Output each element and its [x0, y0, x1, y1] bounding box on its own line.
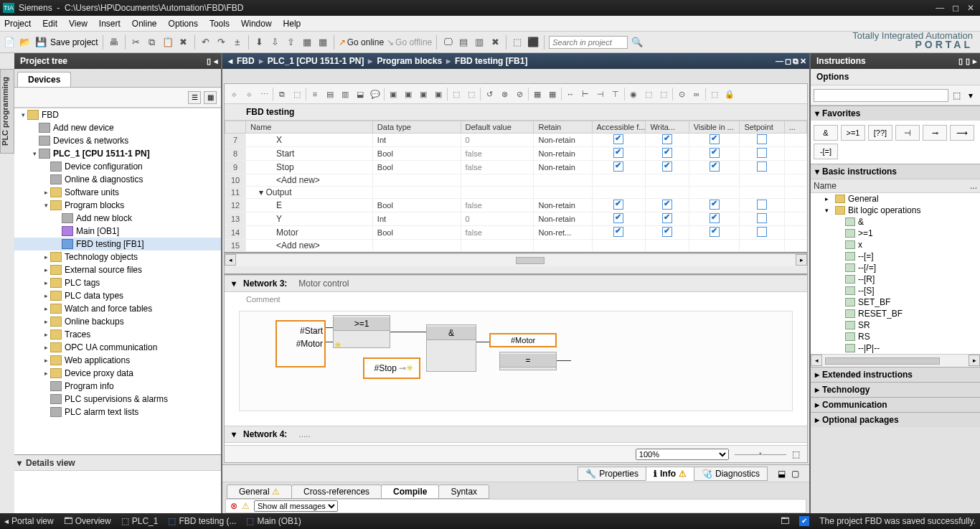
save-icon[interactable]: 💾 [34, 36, 47, 49]
btab-general[interactable]: General ⚠ [227, 484, 292, 499]
tree-item[interactable]: ▾FBD [14, 108, 221, 121]
fbd-input-motor[interactable]: #Motor [278, 339, 323, 349]
instruction-list[interactable]: Name... ▸General▾Bit logic operations&>=… [811, 179, 980, 354]
network3-header[interactable]: ▾Network 3:Motor control [225, 275, 807, 292]
fbd-block-or[interactable]: >=1 [333, 315, 390, 348]
tree-item[interactable]: FBD testing [FB1] [14, 238, 221, 251]
etb-18-icon[interactable]: ⊗ [498, 88, 511, 100]
etb-25-icon[interactable]: ⊤ [609, 88, 622, 100]
instr-search-input[interactable] [814, 89, 948, 102]
ed-max-icon[interactable]: ◻ [785, 57, 791, 66]
instruction-item[interactable]: RESET_BF [811, 308, 980, 319]
table-row[interactable]: 8StartBoolfalseNon-retain [225, 147, 807, 161]
etb-15-icon[interactable]: ⬚ [450, 88, 463, 100]
search-input[interactable] [549, 36, 628, 49]
instruction-item[interactable]: SET_BF [811, 296, 980, 308]
paste-icon[interactable]: 📋 [161, 36, 174, 49]
table-hscroll[interactable]: ◂ ▸ [225, 253, 807, 266]
tree-item[interactable]: ▸PLC data types [14, 289, 221, 302]
tree-item[interactable]: ▾PLC_1 [CPU 1511-1 PN] [14, 147, 221, 160]
menu-online[interactable]: Online [132, 19, 157, 29]
copy-icon[interactable]: ⧉ [146, 36, 159, 49]
menu-tools[interactable]: Tools [209, 19, 230, 29]
tree-item[interactable]: PLC alarm text lists [14, 406, 221, 418]
zoom-select[interactable]: 100% [636, 449, 729, 460]
menu-options[interactable]: Options [169, 19, 198, 29]
etb-8-icon[interactable]: ▥ [339, 88, 352, 100]
table-row[interactable]: 15<Add new> [225, 240, 807, 252]
save-project-label[interactable]: Save project [50, 37, 98, 47]
status-plc1[interactable]: ⬚PLC_1 [121, 516, 159, 526]
warn-icon[interactable]: ⚠ [242, 501, 250, 511]
instr-dd-icon[interactable]: ▾ [964, 90, 977, 100]
section-header[interactable]: ▸Optional packages [811, 413, 980, 427]
tree-item[interactable]: Main [OB1] [14, 225, 221, 238]
instruction-item[interactable]: RS [811, 331, 980, 342]
print-icon[interactable]: 🖶 [108, 36, 121, 49]
favorite-item[interactable]: >=1 [841, 125, 865, 141]
tree-item[interactable]: ▸Watch and force tables [14, 302, 221, 315]
sidetab-plc-programming[interactable]: PLC programming [0, 69, 14, 154]
etb-16-icon[interactable]: ⬚ [465, 88, 478, 100]
tab-properties[interactable]: 🔧Properties [578, 467, 646, 481]
collapse-icon[interactable]: ▯ [207, 57, 211, 66]
tree-item[interactable]: Online & diagnostics [14, 173, 221, 186]
hmi-icon[interactable]: 🖵 [441, 36, 454, 49]
crumb-left-icon[interactable]: ◂ [228, 56, 232, 66]
zoom-fit-icon[interactable]: ⬚ [792, 449, 800, 459]
error-icon[interactable]: ⊗ [230, 501, 237, 511]
ins-hide-icon[interactable]: ▸ [973, 57, 977, 66]
instruction-item[interactable]: ▾Bit logic operations [811, 205, 980, 216]
undo-dd-icon[interactable]: ± [231, 36, 244, 49]
etb-4-icon[interactable]: ⧉ [275, 88, 288, 100]
menu-help[interactable]: Help [283, 19, 301, 29]
instruction-item[interactable]: & [811, 216, 980, 228]
favorite-item[interactable]: ⊣ [895, 125, 920, 141]
favorite-item[interactable]: ⟶ [950, 125, 974, 141]
instruction-item[interactable]: >=1 [811, 228, 980, 239]
section-header[interactable]: ▸Extended instructions [811, 368, 980, 382]
btab-crossref[interactable]: Cross-references [291, 484, 382, 499]
tree-item[interactable]: ▸Technology objects [14, 251, 221, 263]
ed-min-icon[interactable]: — [776, 57, 783, 66]
insp-min-icon[interactable]: ⬓ [775, 469, 788, 479]
options-header[interactable]: Options [811, 69, 980, 85]
instruction-item[interactable]: x [811, 239, 980, 251]
variable-table[interactable]: NameData typeDefault valueRetainAccessib… [225, 121, 807, 253]
table-row[interactable]: 12EBoolfalseNon-retain [225, 199, 807, 212]
tab-diagnostics[interactable]: 🩺Diagnostics [694, 467, 768, 481]
network3-comment[interactable]: Comment [225, 292, 807, 306]
delete-icon[interactable]: ✖ [177, 36, 190, 49]
tree-item[interactable]: ▸PLC tags [14, 276, 221, 289]
etb-2-icon[interactable]: ⟐ [242, 88, 255, 100]
instruction-item[interactable]: --|P|-- [811, 342, 980, 354]
upload-icon[interactable]: ⇧ [285, 36, 298, 49]
split-h-icon[interactable]: ⬚ [511, 36, 524, 49]
maximize-icon[interactable]: ◻ [949, 3, 962, 13]
etb-26-icon[interactable]: ◉ [627, 88, 640, 100]
btab-compile[interactable]: Compile [381, 484, 439, 499]
download-icon[interactable]: ⇩ [269, 36, 282, 49]
tab-info[interactable]: ℹInfo⚠ [646, 467, 694, 481]
tree-item[interactable]: ▾Program blocks [14, 199, 221, 212]
tb-x-icon[interactable]: ✖ [489, 36, 501, 49]
tree-item[interactable]: Devices & networks [14, 134, 221, 147]
close-icon[interactable]: ✕ [964, 3, 977, 13]
table-row[interactable]: 11▾ Output [225, 187, 807, 199]
tree-item[interactable]: ▸Web applications [14, 354, 221, 367]
tree-item[interactable]: ▸Traces [14, 328, 221, 341]
open-icon[interactable]: 📂 [19, 36, 32, 49]
etb-14-icon[interactable]: ▣ [432, 88, 445, 100]
etb-13-icon[interactable]: ▣ [417, 88, 430, 100]
etb-5-icon[interactable]: ⬚ [291, 88, 303, 100]
favorite-item[interactable]: -[=] [814, 144, 838, 159]
tree-tb2-icon[interactable]: ▦ [204, 91, 217, 104]
message-filter[interactable]: Show all messages [254, 500, 338, 512]
zoom-slider[interactable]: ────•──── [735, 449, 786, 459]
instr-hscroll[interactable]: ◂ ▸ [811, 354, 980, 367]
table-row[interactable]: 10<Add new> [225, 174, 807, 187]
go-online-button[interactable]: ↗Go online [339, 37, 384, 47]
menu-edit[interactable]: Edit [42, 19, 57, 29]
minimize-icon[interactable]: — [933, 3, 946, 13]
tree-item[interactable]: ▸Online backups [14, 315, 221, 328]
